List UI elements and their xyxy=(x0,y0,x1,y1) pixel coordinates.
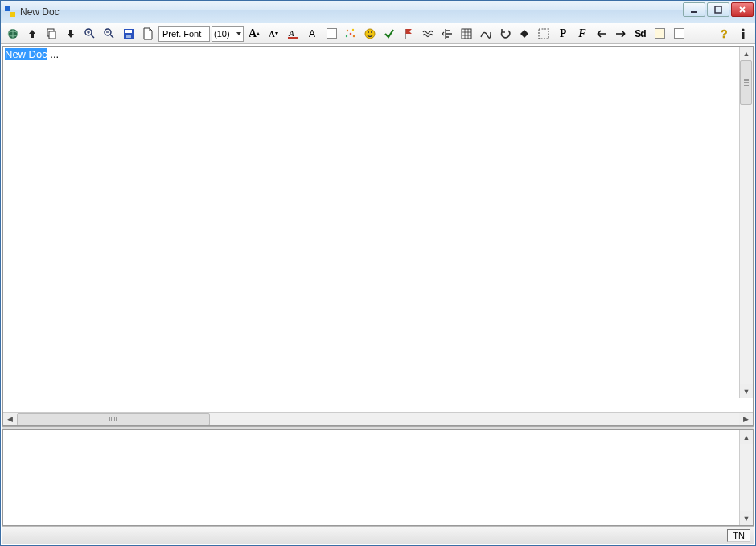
document-viewport[interactable]: New Doc ... ▲ ▼ xyxy=(3,47,753,412)
trailing-ellipsis: ... xyxy=(47,48,59,60)
arrow-left-icon[interactable] xyxy=(593,25,610,43)
copy-icon[interactable] xyxy=(43,25,60,43)
output-vertical-scrollbar[interactable]: ▲ ▼ xyxy=(739,430,753,525)
svg-point-17 xyxy=(350,32,352,35)
scroll-up-icon[interactable]: ▲ xyxy=(740,47,753,60)
sparkle-icon[interactable] xyxy=(342,25,360,43)
window-title: New Doc xyxy=(20,6,60,18)
checkmark-icon[interactable] xyxy=(380,25,398,43)
sd-glyph-icon[interactable]: Sd xyxy=(631,25,649,43)
checkbox-1[interactable] xyxy=(323,25,340,43)
help-icon[interactable]: ? xyxy=(715,25,733,43)
output-vscroll-track[interactable] xyxy=(740,444,753,511)
save-icon[interactable] xyxy=(120,25,138,43)
down-arrow-icon[interactable] xyxy=(62,25,80,43)
svg-rect-25 xyxy=(539,29,549,39)
checkbox-2[interactable] xyxy=(670,25,688,43)
output-viewport[interactable]: ▲ ▼ xyxy=(3,430,753,525)
svg-rect-1 xyxy=(10,12,15,17)
status-mode-cell[interactable]: TN xyxy=(727,529,750,542)
flag-icon[interactable] xyxy=(400,25,417,43)
scroll-right-icon[interactable]: ▶ xyxy=(739,413,753,425)
wave-icon[interactable] xyxy=(419,25,437,43)
main-toolbar: Pref. Font (10) A▴ A▾ A A xyxy=(1,23,755,44)
svg-point-21 xyxy=(368,31,369,33)
font-size-select[interactable]: (10) xyxy=(212,26,244,42)
app-icon xyxy=(4,6,17,18)
vertical-scrollbar[interactable]: ▲ ▼ xyxy=(739,47,753,398)
window-titlebar: New Doc xyxy=(1,1,755,23)
document-content[interactable]: New Doc ... xyxy=(3,47,753,62)
svg-point-20 xyxy=(365,29,375,39)
svg-rect-11 xyxy=(125,30,132,33)
svg-rect-3 xyxy=(715,6,721,13)
svg-rect-0 xyxy=(5,6,10,11)
chevron-down-icon xyxy=(236,32,241,35)
svg-rect-24 xyxy=(462,29,471,39)
svg-rect-12 xyxy=(126,35,131,38)
vscroll-track[interactable] xyxy=(740,60,753,384)
font-name-input[interactable]: Pref. Font xyxy=(158,26,210,42)
font-plain-icon[interactable]: A xyxy=(303,25,321,43)
statusbar: TN xyxy=(2,526,754,544)
info-icon[interactable] xyxy=(734,25,752,43)
svg-point-22 xyxy=(371,31,372,33)
scroll-down-icon[interactable]: ▼ xyxy=(740,511,753,525)
zoom-in-icon[interactable] xyxy=(81,25,99,43)
horizontal-scrollbar[interactable]: ◀ ▶ xyxy=(3,412,753,425)
hscroll-thumb[interactable] xyxy=(17,413,210,425)
color-box-icon[interactable] xyxy=(651,25,668,43)
diamond-icon[interactable] xyxy=(516,25,533,43)
font-color-icon[interactable]: A xyxy=(284,25,302,43)
globe-icon[interactable] xyxy=(4,25,22,43)
svg-rect-28 xyxy=(742,32,745,39)
svg-text:?: ? xyxy=(721,27,728,40)
svg-point-16 xyxy=(352,28,354,30)
svg-point-15 xyxy=(347,29,348,31)
svg-point-27 xyxy=(742,28,744,31)
grid-icon[interactable] xyxy=(458,25,475,43)
svg-point-19 xyxy=(353,35,355,36)
scroll-left-icon[interactable]: ◀ xyxy=(3,413,17,425)
font-size-text: (10) xyxy=(214,27,230,40)
arrow-right-icon[interactable] xyxy=(612,25,630,43)
window-maximize-button[interactable] xyxy=(707,2,729,17)
undo-icon[interactable] xyxy=(496,25,514,43)
window-close-button[interactable] xyxy=(731,2,754,17)
hscroll-track[interactable] xyxy=(17,413,739,425)
align-icon[interactable] xyxy=(438,25,456,43)
status-mode-text: TN xyxy=(733,531,745,540)
zoom-out-icon[interactable] xyxy=(101,25,118,43)
selected-title-text[interactable]: New Doc xyxy=(5,48,47,60)
new-page-icon[interactable] xyxy=(139,25,157,43)
svg-rect-7 xyxy=(49,31,55,39)
scroll-up-icon[interactable]: ▲ xyxy=(740,430,753,444)
f-glyph-icon[interactable]: F xyxy=(573,25,591,43)
window-minimize-button[interactable] xyxy=(683,2,705,17)
svg-rect-14 xyxy=(288,37,298,39)
client-area: New Doc ... ▲ ▼ ◀ ▶ ▲ ▼ xyxy=(1,44,755,545)
curve-icon[interactable] xyxy=(477,25,495,43)
up-arrow-icon[interactable] xyxy=(23,25,41,43)
p-glyph-icon[interactable]: P xyxy=(554,25,572,43)
font-name-text: Pref. Font xyxy=(162,27,201,40)
marquee-icon[interactable] xyxy=(535,25,553,43)
main-document-pane: New Doc ... ▲ ▼ ◀ ▶ xyxy=(2,46,754,426)
smiley-icon[interactable] xyxy=(361,25,379,43)
output-pane: ▲ ▼ xyxy=(2,429,754,526)
scroll-down-icon[interactable]: ▼ xyxy=(740,384,753,398)
font-decrease-icon[interactable]: A▾ xyxy=(265,25,282,43)
svg-point-18 xyxy=(346,35,347,36)
svg-text:A: A xyxy=(288,28,294,38)
svg-rect-2 xyxy=(691,11,697,13)
vscroll-thumb[interactable] xyxy=(740,60,752,105)
svg-rect-23 xyxy=(405,29,406,39)
font-increase-icon[interactable]: A▴ xyxy=(245,25,263,43)
